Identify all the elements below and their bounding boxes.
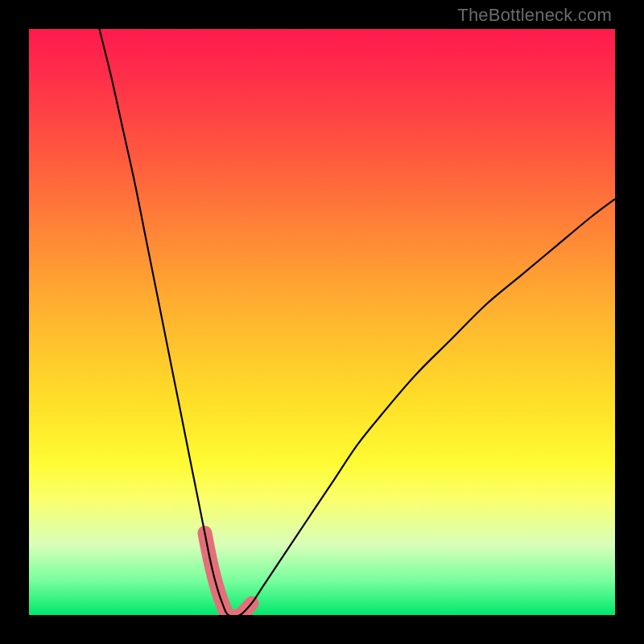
plot-area xyxy=(29,29,615,615)
chart-frame: TheBottleneck.com xyxy=(0,0,644,644)
optimal-zone-highlight xyxy=(204,533,251,615)
chart-svg xyxy=(29,29,615,615)
watermark-text: TheBottleneck.com xyxy=(457,5,612,26)
bottleneck-curve xyxy=(99,29,615,615)
